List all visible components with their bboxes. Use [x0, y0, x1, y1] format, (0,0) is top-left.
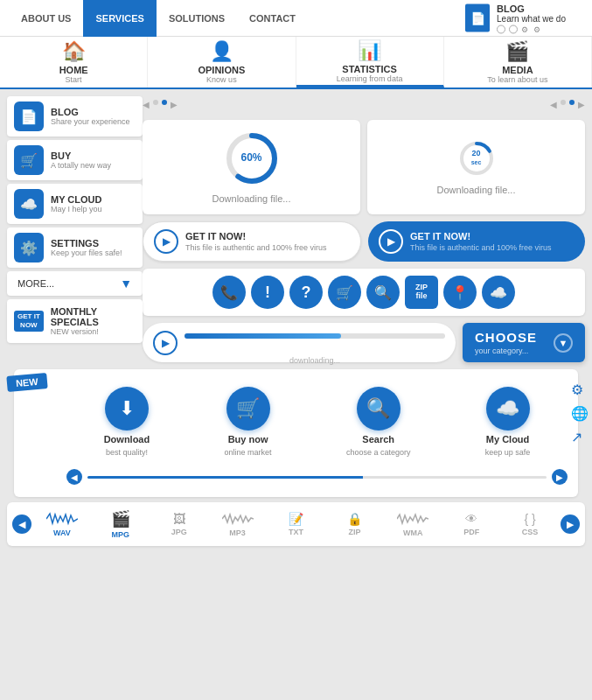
nav2-statistics-sub: Learning from data: [337, 74, 403, 83]
search-icon-btn[interactable]: 🔍: [366, 276, 400, 309]
nav2-opinions[interactable]: 👤 OPINIONS Know us: [148, 37, 296, 88]
nav2-opinions-sub: Know us: [206, 75, 237, 84]
txt-label: TXT: [289, 528, 303, 536]
bar-container: downloading...: [185, 333, 445, 353]
nav2-statistics[interactable]: 📊 STATISTICS Learning from data: [296, 37, 444, 88]
cart-icon-btn[interactable]: 🛒: [328, 276, 361, 309]
choose-button[interactable]: CHOOSE your category... ▼: [463, 323, 585, 362]
nav-about[interactable]: ABOUT US: [9, 0, 83, 37]
bottom-search[interactable]: 🔍 Search choose a category: [346, 387, 411, 457]
dot2: [162, 100, 167, 105]
file-pdf[interactable]: 👁 PDF: [443, 512, 499, 536]
download-row: ▶ downloading... CHOOSE your category...…: [143, 323, 585, 362]
dot-icon: [509, 24, 518, 33]
right-arrow-icon: ▶: [171, 100, 178, 109]
zip-icon-btn[interactable]: ZIPfile: [405, 276, 438, 309]
file-prev-arrow[interactable]: ◀: [12, 514, 31, 534]
file-next-arrow[interactable]: ▶: [561, 514, 580, 534]
right-arrow2-icon: ▶: [578, 100, 585, 109]
file-zip[interactable]: 🔒 ZIP: [326, 512, 382, 536]
dots-right: ◀ ▶: [550, 100, 585, 109]
sidebar-more[interactable]: MORE... ▼: [7, 271, 143, 296]
bottom-mycloud[interactable]: ☁️ My Cloud keep up safe: [485, 387, 531, 457]
right-content: ◀ ▶ ◀ ▶ 60%: [143, 96, 585, 362]
home-icon: 🏠: [62, 40, 86, 63]
nav2-media[interactable]: 🎬 MEDIA To learn about us: [444, 37, 592, 88]
file-css[interactable]: { } CSS: [502, 512, 558, 536]
file-mp3[interactable]: MP3: [210, 511, 266, 537]
new-badge-wrap: NEW: [7, 374, 47, 390]
progress-label-large: Downloading file...: [212, 193, 291, 204]
exclaim-icon-btn[interactable]: !: [251, 276, 284, 309]
bottom-buynow[interactable]: 🛒 Buy now online market: [225, 387, 272, 457]
wav-wave-icon: [46, 511, 78, 527]
mycloud-icon-label: My Cloud: [486, 434, 530, 444]
dots-left: ◀ ▶: [143, 100, 178, 109]
indicator-row-top: ◀ ▶ ◀ ▶: [143, 96, 585, 113]
progress-card-large: 60% Downloading file...: [143, 120, 360, 214]
css-icon: { }: [524, 512, 535, 526]
slider-right-arrow[interactable]: ▶: [552, 469, 568, 485]
sidebar-settings[interactable]: ⚙️ SETTINGS Keep your files safe!: [7, 228, 143, 268]
phone-icon-btn[interactable]: 📞: [212, 276, 246, 309]
cta-white-btn[interactable]: ▶ GET IT NOW! This file is authentic and…: [143, 221, 361, 262]
question-icon-btn[interactable]: ?: [289, 276, 323, 309]
play-icon-btn[interactable]: ▶: [153, 331, 178, 355]
search-icon-label: Search: [362, 434, 394, 444]
nav-contact[interactable]: CONTACT: [237, 0, 308, 37]
file-type-bar: ◀ WAV 🎬 MPG 🖼 JPG MP3 📝 TXT 🔒 ZIP: [7, 502, 585, 546]
mp3-label: MP3: [229, 528, 246, 537]
specials-badge: GET IT NOW: [14, 311, 44, 331]
sidebar-mycloud-sub: May I help you: [51, 205, 136, 214]
new-badge: NEW: [6, 373, 47, 392]
gear-small-icon2: ⚙: [533, 24, 542, 33]
mycloud-icon-sub: keep up safe: [485, 448, 531, 457]
cta-row: ▶ GET IT NOW! This file is authentic and…: [143, 221, 585, 262]
sidebar-mycloud[interactable]: ☁️ MY CLOUD May I help you: [7, 184, 143, 224]
sidebar-buy[interactable]: 🛒 BUY A totally new way: [7, 140, 143, 180]
cloud-icon-btn[interactable]: ☁️: [482, 276, 515, 309]
cta-blue-btn[interactable]: ▶ GET IT NOW! This file is authentic and…: [368, 221, 585, 262]
sidebar-blog-text: BLOG Share your experience: [51, 107, 136, 126]
slider-left-arrow[interactable]: ◀: [66, 469, 82, 485]
progress-label-small: Downloading file...: [437, 185, 516, 195]
mp3-wave-icon: [222, 511, 254, 527]
nav-solutions[interactable]: SOLUTIONS: [157, 0, 237, 37]
wma-label: WMA: [403, 528, 423, 537]
progress-card-small: 20 sec Downloading file...: [367, 120, 585, 214]
sidebar-blog[interactable]: 📄 BLOG Share your experience: [7, 96, 143, 136]
blog-text: BLOG Learn what we do ⚙ ⚙: [497, 3, 566, 33]
specials-text: MONTHLY SPECIALS NEW version!: [51, 306, 136, 336]
file-wma[interactable]: WMA: [385, 511, 441, 537]
sidebar-mycloud-label: MY CLOUD: [51, 194, 136, 205]
right-mini-icons: ⚙ 🌐 ↗: [571, 378, 589, 449]
location-icon-btn[interactable]: 📍: [443, 276, 477, 309]
file-mpg[interactable]: 🎬 MPG: [93, 509, 149, 539]
mpg-icon: 🎬: [111, 509, 130, 528]
sidebar-specials[interactable]: GET IT NOW MONTHLY SPECIALS NEW version!: [7, 299, 143, 343]
gear-mini-icon[interactable]: ⚙: [571, 382, 589, 398]
download-icon-label: Download: [104, 434, 150, 444]
sidebar-buy-sub: A totally new way: [51, 161, 136, 170]
nav2-media-sub: To learn about us: [487, 75, 547, 84]
zip-icon: 🔒: [347, 512, 362, 526]
buynow-icon-circle: 🛒: [226, 387, 270, 430]
bottom-section: ⬇ Download best quality! 🛒 Buy now onlin…: [14, 369, 578, 497]
file-wav[interactable]: WAV: [34, 511, 90, 537]
bottom-download[interactable]: ⬇ Download best quality!: [104, 387, 150, 457]
pdf-label: PDF: [463, 528, 479, 536]
file-jpg[interactable]: 🖼 JPG: [151, 512, 207, 536]
nav-services[interactable]: SERVICES: [83, 0, 156, 37]
sidebar-buy-label: BUY: [51, 150, 136, 161]
bottom-section-wrap: NEW ⬇ Download best quality! 🛒 Buy now o…: [7, 369, 585, 497]
globe-mini-icon[interactable]: 🌐: [571, 405, 589, 422]
file-txt[interactable]: 📝 TXT: [268, 512, 324, 536]
dot-icon: [497, 24, 505, 33]
wma-wave-icon: [397, 511, 428, 527]
left-arrow-icon: ◀: [143, 100, 150, 109]
nav2-home[interactable]: 🏠 HOME Start: [0, 37, 148, 88]
sidebar-more-label: MORE...: [17, 278, 54, 289]
mycloud-icon-circle: ☁️: [486, 387, 530, 430]
share-mini-icon[interactable]: ↗: [571, 429, 589, 445]
buy-sidebar-icon: 🛒: [14, 145, 44, 175]
